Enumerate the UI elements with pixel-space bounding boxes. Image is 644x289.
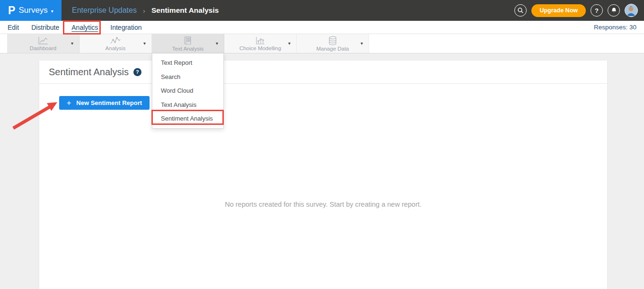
title-help-icon[interactable]: ? [133,68,141,76]
toolbar-button-dashboard[interactable]: Dashboard ▾ [7,34,79,53]
toolbar-button-text-analysis[interactable]: Text Analysis ▾ [152,34,224,53]
analytics-toolbar: Dashboard ▾ Analysis ▾ Text Analysis ▾ [0,34,644,53]
user-avatar[interactable] [625,4,638,17]
notifications-button[interactable] [608,4,620,17]
text-analysis-dropdown-menu: Text Report Search Word Cloud Text Analy… [152,53,224,129]
toolbar-button-label: Choice Modelling [239,45,281,51]
top-bar: P Surveys ▾ Enterprise Updates › Sentime… [0,0,644,21]
menu-item-sentiment-analysis[interactable]: Sentiment Analysis [152,112,223,126]
toolbar-button-label: Dashboard [30,45,56,51]
toolbar-button-analysis[interactable]: Analysis ▾ [79,34,152,53]
upgrade-now-label: Upgrade Now [539,7,578,14]
survey-nav: Edit Distribute Analytics Integration Re… [0,21,644,34]
help-button[interactable]: ? [591,4,603,17]
upgrade-now-button[interactable]: Upgrade Now [531,4,586,17]
responses-count: Responses: 30 [594,24,636,31]
card-title-row: Sentiment Analysis ? [39,61,607,84]
search-button[interactable] [514,4,527,17]
breadcrumb-survey-name[interactable]: Enterprise Updates [72,6,137,15]
trend-chart-icon [110,36,121,45]
menu-item-text-analysis[interactable]: Text Analysis [152,98,223,112]
page-title: Sentiment Analysis [49,67,129,78]
menu-item-search[interactable]: Search [152,70,223,84]
toolbar-button-label: Manage Data [316,46,349,52]
chevron-down-icon: ▾ [51,9,53,14]
page-background: Sentiment Analysis ? + New Sentiment Rep… [0,53,644,289]
chevron-down-icon: ▾ [71,41,73,46]
content-card: Sentiment Analysis ? + New Sentiment Rep… [39,61,607,289]
chevron-down-icon: ▾ [216,41,218,46]
nav-item-analytics[interactable]: Analytics [71,24,98,31]
chevron-down-icon: ▾ [288,41,291,46]
line-chart-icon [37,36,49,45]
breadcrumb: Enterprise Updates › Sentiment Analysis [72,6,219,15]
product-label: Surveys [18,6,47,15]
plus-icon: + [67,99,71,107]
chevron-down-icon: ▾ [361,41,363,46]
menu-item-word-cloud[interactable]: Word Cloud [152,84,223,98]
database-icon [328,36,337,45]
model-chart-icon [255,36,266,45]
top-bar-actions: Upgrade Now ? [514,4,644,17]
search-icon [517,7,524,14]
questionpro-logo-icon: P [8,5,15,16]
bell-icon [611,7,617,14]
toolbar-button-label: Analysis [106,45,126,51]
nav-item-integration[interactable]: Integration [110,24,141,31]
breadcrumb-current-page: Sentiment Analysis [151,6,219,15]
new-sentiment-report-button[interactable]: + New Sentiment Report [59,96,150,110]
report-icon [183,36,193,45]
avatar-photo [625,4,637,16]
app-root: P Surveys ▾ Enterprise Updates › Sentime… [0,0,644,289]
chevron-down-icon: ▾ [143,41,146,46]
nav-item-edit[interactable]: Edit [8,24,19,31]
question-mark-icon: ? [595,7,599,14]
nav-item-distribute[interactable]: Distribute [31,24,59,31]
menu-item-text-report[interactable]: Text Report [152,56,223,70]
breadcrumb-separator-icon: › [143,7,145,15]
toolbar-button-manage-data[interactable]: Manage Data ▾ [297,34,369,53]
surveys-menu[interactable]: P Surveys ▾ [0,0,62,21]
toolbar-button-label: Text Analysis [172,46,203,52]
toolbar-button-choice-modelling[interactable]: Choice Modelling ▾ [224,34,297,53]
empty-state-message: No reports created for this survey. Star… [39,201,607,208]
new-sentiment-report-label: New Sentiment Report [76,99,142,106]
